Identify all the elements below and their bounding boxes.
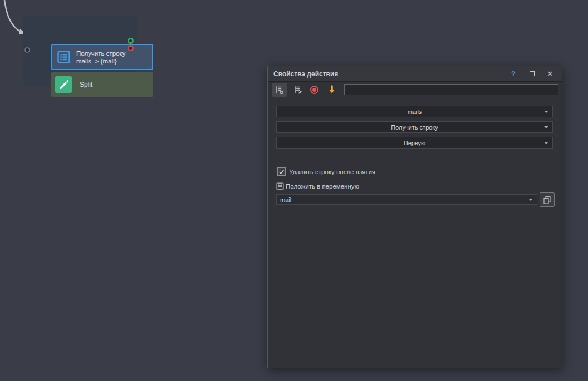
maximize-icon bbox=[530, 71, 535, 76]
node-split[interactable]: Split bbox=[51, 72, 153, 97]
variable-value: mail bbox=[280, 196, 291, 203]
node-get-string[interactable]: Получить строку mails -> {mail} bbox=[51, 44, 153, 70]
success-port[interactable] bbox=[128, 38, 134, 44]
chevron-down-icon bbox=[528, 199, 533, 201]
variable-label-row: Положить в переменную bbox=[276, 182, 359, 190]
help-button[interactable]: ? bbox=[507, 68, 520, 80]
checkmark-icon bbox=[278, 169, 285, 175]
node-split-label: Split bbox=[80, 81, 92, 88]
copy-icon bbox=[543, 196, 551, 204]
error-port[interactable] bbox=[128, 45, 134, 51]
row-position-select[interactable]: Первую bbox=[276, 137, 553, 149]
dialog-toolbar bbox=[268, 82, 562, 98]
list-edit-button[interactable] bbox=[291, 83, 305, 97]
variable-label: Положить в переменную bbox=[286, 183, 359, 190]
variable-combobox[interactable]: mail bbox=[276, 194, 537, 205]
close-button[interactable]: ✕ bbox=[544, 68, 556, 80]
arrow-down-icon bbox=[327, 85, 336, 95]
source-list-select[interactable]: mails bbox=[276, 106, 553, 117]
list-edit-icon bbox=[293, 85, 303, 95]
list-settings-icon bbox=[275, 85, 285, 95]
action-node-group[interactable]: Получить строку mails -> {mail} Split bbox=[23, 16, 137, 86]
chevron-down-icon bbox=[544, 142, 548, 144]
row-position-value: Первую bbox=[404, 140, 426, 146]
chevron-down-icon bbox=[544, 126, 548, 128]
search-input[interactable] bbox=[344, 84, 558, 95]
copy-variable-button[interactable] bbox=[540, 192, 555, 207]
delete-after-checkbox-row[interactable]: Удалить строку после взятия bbox=[277, 167, 375, 176]
list-settings-button[interactable] bbox=[272, 83, 287, 97]
delete-after-checkbox[interactable] bbox=[277, 167, 286, 176]
node-title-line1: Получить строку bbox=[76, 50, 125, 57]
insert-arrow-button[interactable] bbox=[325, 83, 339, 97]
record-button[interactable] bbox=[307, 83, 321, 97]
node-title: Получить строку mails -> {mail} bbox=[76, 50, 125, 65]
pencil-icon bbox=[55, 76, 72, 93]
record-icon bbox=[310, 86, 318, 94]
node-title-line2: mails -> {mail} bbox=[76, 57, 125, 65]
delete-after-label: Удалить строку после взятия bbox=[289, 169, 375, 175]
source-list-value: mails bbox=[408, 108, 422, 115]
bullet-list-icon bbox=[57, 51, 70, 63]
input-port[interactable] bbox=[24, 47, 30, 53]
dialog-titlebar[interactable]: Свойства действия ? ✕ bbox=[268, 66, 562, 82]
save-icon bbox=[276, 182, 284, 190]
action-type-select[interactable]: Получить строку bbox=[276, 121, 553, 133]
chevron-down-icon bbox=[544, 111, 548, 113]
action-properties-dialog: Свойства действия ? ✕ bbox=[267, 66, 562, 368]
maximize-button[interactable] bbox=[526, 68, 538, 80]
dialog-title: Свойства действия bbox=[273, 70, 501, 78]
action-type-value: Получить строку bbox=[391, 124, 438, 131]
